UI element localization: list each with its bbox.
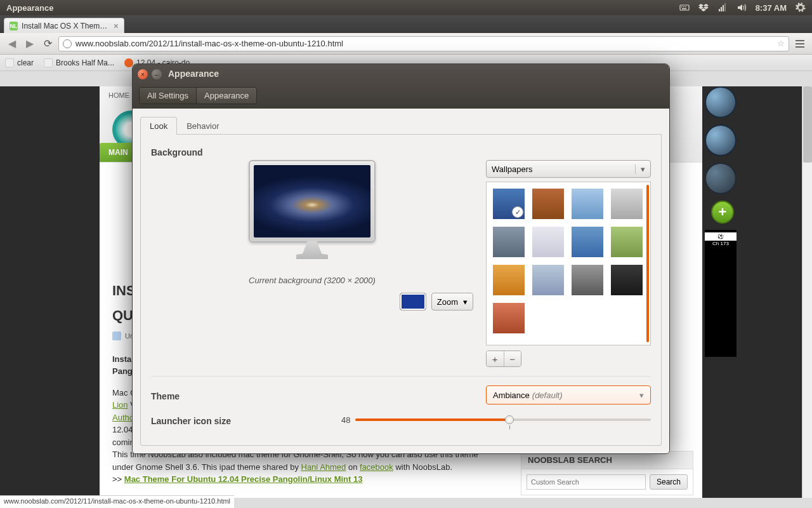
scroll-thumb[interactable] — [803, 86, 812, 163]
launcher-size-slider[interactable] — [355, 415, 651, 424]
tab-title: Install Mac OS X Theme on — [22, 22, 108, 30]
background-preview: Current background (3200 × 2000) Zoom▾ — [151, 160, 473, 367]
theme-label: Theme — [151, 389, 265, 401]
wallpaper-thumb[interactable] — [611, 189, 643, 219]
search-button[interactable]: Search — [650, 474, 688, 490]
breadcrumb[interactable]: HOME — [108, 91, 129, 99]
dialog-title: Appearance — [168, 69, 219, 79]
svg-rect-6 — [721, 7, 722, 11]
link-mac-theme-1204[interactable]: Mac Theme For Ubuntu 12.04 Precise Pango… — [124, 474, 363, 484]
svg-rect-4 — [682, 8, 686, 10]
nav-toolbar: ◀ ▶ ⟳ www.noobslab.com/2012/11/install-m… — [0, 33, 812, 55]
site-icon — [63, 39, 72, 48]
chevron-down-icon: ▾ — [463, 297, 468, 307]
bookmark-star-icon[interactable]: ☆ — [777, 39, 785, 48]
url-text: www.noobslab.com/2012/11/install-mac-os-… — [75, 39, 343, 48]
remove-wallpaper-button[interactable]: − — [504, 351, 521, 366]
link-facebook[interactable]: facebook — [360, 462, 393, 472]
window-close-button[interactable]: × — [138, 69, 148, 79]
network-icon[interactable] — [717, 3, 728, 13]
url-bar[interactable]: www.noobslab.com/2012/11/install-mac-os-… — [58, 36, 789, 51]
wallpaper-thumb[interactable] — [611, 265, 643, 295]
wallpaper-thumb[interactable] — [572, 265, 603, 295]
wallpaper-thumb[interactable] — [532, 189, 564, 219]
wallpaper-preview-image — [254, 165, 370, 237]
link-lion[interactable]: Lion — [112, 400, 128, 410]
theme-select[interactable]: Ambiance (default) ▾ — [486, 385, 651, 404]
background-color-button[interactable] — [400, 293, 426, 311]
appearance-dialog: × – Appearance All Settings Appearance L… — [132, 64, 670, 454]
sidebar-ad[interactable]: ⚽Ch 173 — [705, 230, 737, 357]
wallpaper-thumb[interactable] — [493, 189, 525, 219]
browser-tab[interactable]: NL Install Mac OS X Theme on × — [4, 18, 124, 33]
wallpaper-thumb[interactable] — [572, 227, 603, 257]
forward-button: ▶ — [23, 37, 37, 51]
page-scrollbar[interactable] — [802, 86, 812, 498]
monitor-preview — [246, 160, 379, 268]
wallpaper-thumb[interactable] — [532, 227, 564, 257]
add-wallpaper-button[interactable]: + — [487, 351, 504, 366]
svg-rect-2 — [683, 6, 684, 8]
author-icon — [112, 331, 121, 340]
para-link2: >> Mac Theme For Ubuntu 12.04 Precise Pa… — [112, 473, 480, 486]
link-hani[interactable]: Hani Ahmed — [301, 462, 346, 472]
launcher-size-label: Launcher icon size — [151, 413, 341, 426]
gnome-top-panel: Appearance 8:37 AM — [0, 0, 812, 15]
svg-rect-0 — [680, 5, 689, 10]
dialog-breadcrumb: All Settings Appearance — [139, 87, 257, 104]
dialog-titlebar[interactable]: × – Appearance All Settings Appearance — [133, 64, 669, 109]
bookmark-clear[interactable]: clear — [5, 58, 34, 67]
page-icon — [5, 58, 14, 67]
wallpaper-grid — [486, 182, 651, 345]
svg-rect-5 — [719, 9, 720, 11]
active-app-title: Appearance — [6, 3, 53, 13]
current-background-label: Current background (3200 × 2000) — [151, 276, 473, 285]
wallpaper-scrollbar[interactable] — [646, 185, 649, 342]
window-minimize-button[interactable]: – — [152, 69, 162, 79]
tab-strip: NL Install Mac OS X Theme on × — [0, 15, 812, 33]
page-icon — [44, 58, 53, 67]
clock[interactable]: 8:37 AM — [756, 3, 787, 13]
tab-close-icon[interactable]: × — [114, 21, 119, 31]
side-badges: + ⚽Ch 173 — [705, 86, 740, 357]
add-badge[interactable]: + — [711, 201, 734, 224]
chevron-down-icon: ▾ — [635, 164, 645, 174]
wallpaper-source-select[interactable]: Wallpapers ▾ — [486, 160, 651, 178]
wallpaper-thumb[interactable] — [493, 227, 525, 257]
background-label: Background — [151, 145, 265, 157]
nav-main[interactable]: MAIN — [100, 143, 137, 162]
wallpaper-thumb[interactable] — [493, 265, 525, 295]
tab-look[interactable]: Look — [140, 117, 177, 135]
favicon: NL — [10, 22, 18, 30]
bookmark-brooks[interactable]: Brooks Half Ma... — [44, 58, 114, 67]
wallpaper-thumb[interactable] — [532, 265, 564, 295]
wallpaper-thumb[interactable] — [611, 227, 643, 257]
gear-icon[interactable] — [796, 3, 806, 13]
browser-status-bar: www.noobslab.com/2012/11/install-mac-os-… — [0, 495, 234, 508]
chevron-down-icon: ▾ — [639, 391, 644, 400]
search-input[interactable] — [527, 474, 646, 490]
keyboard-icon[interactable] — [679, 3, 690, 13]
dropbox-icon[interactable] — [698, 3, 709, 13]
search-box: NOOBSLAB SEARCH Search — [521, 451, 693, 495]
svg-rect-8 — [724, 3, 726, 11]
tab-behavior[interactable]: Behavior — [177, 117, 228, 135]
wallpaper-thumb[interactable] — [572, 189, 603, 219]
crumb-all-settings[interactable]: All Settings — [140, 88, 197, 104]
dialog-tabs: Look Behavior — [140, 116, 662, 135]
badge-2[interactable] — [705, 124, 737, 156]
scaling-select[interactable]: Zoom▾ — [431, 293, 473, 311]
svg-rect-1 — [681, 6, 683, 8]
svg-rect-3 — [685, 6, 686, 8]
browser-menu-button[interactable] — [793, 40, 807, 48]
search-title: NOOBSLAB SEARCH — [521, 451, 693, 469]
back-button[interactable]: ◀ — [5, 37, 19, 51]
wallpaper-thumb[interactable] — [493, 303, 525, 333]
launcher-size-value: 48 — [341, 415, 350, 425]
badge-3[interactable] — [705, 163, 737, 194]
crumb-appearance[interactable]: Appearance — [197, 88, 256, 104]
reload-button[interactable]: ⟳ — [41, 37, 55, 51]
volume-icon[interactable] — [737, 3, 747, 13]
svg-rect-7 — [723, 5, 724, 11]
linuxos-badge[interactable] — [705, 86, 737, 118]
